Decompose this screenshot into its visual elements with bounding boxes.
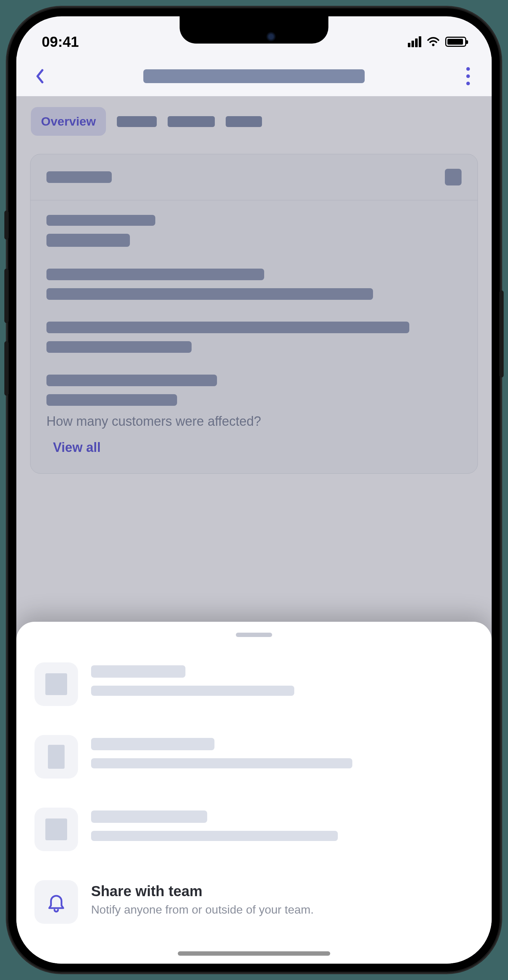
device-frame: 09:41 Overview	[7, 7, 501, 973]
text-placeholder	[46, 215, 155, 226]
tab-overview[interactable]: Overview	[31, 107, 106, 136]
screen: 09:41 Overview	[16, 16, 492, 964]
text-placeholder	[46, 321, 409, 333]
item-icon-placeholder	[35, 808, 78, 851]
status-time: 09:41	[42, 34, 79, 50]
home-indicator[interactable]	[178, 951, 330, 956]
side-button-power	[499, 290, 504, 377]
sheet-item[interactable]	[35, 652, 473, 724]
tab-placeholder[interactable]	[117, 116, 157, 127]
item-title-placeholder	[91, 738, 214, 750]
item-subtitle-placeholder	[91, 758, 352, 768]
battery-icon	[445, 37, 466, 47]
cellular-signal-icon	[408, 36, 421, 47]
item-icon-placeholder	[35, 735, 78, 778]
text-placeholder	[46, 394, 177, 406]
item-subtitle-placeholder	[91, 686, 294, 696]
sheet-drag-handle[interactable]	[236, 633, 272, 637]
sheet-item[interactable]	[35, 797, 473, 869]
item-subtitle-placeholder	[91, 831, 338, 841]
card-action-placeholder[interactable]	[445, 169, 462, 186]
side-button-vol-up	[4, 269, 9, 323]
text-placeholder	[46, 234, 130, 247]
card-question: How many customers were affected?	[46, 414, 462, 429]
sheet-item-share[interactable]: Share with team Notify anyone from or ou…	[35, 869, 473, 942]
content-card: How many customers were affected? View a…	[30, 154, 478, 474]
item-title-placeholder	[91, 810, 207, 823]
tab-bar: Overview	[16, 96, 492, 146]
text-placeholder	[46, 269, 264, 280]
side-button-mute	[4, 210, 9, 240]
text-placeholder	[46, 341, 192, 353]
share-title: Share with team	[91, 883, 473, 899]
tab-placeholder[interactable]	[226, 116, 262, 127]
page-title-placeholder	[143, 69, 365, 83]
bell-icon	[35, 880, 78, 924]
status-icons	[408, 35, 466, 48]
view-all-link[interactable]: View all	[53, 440, 462, 455]
chevron-left-icon	[35, 69, 45, 83]
item-icon-placeholder	[35, 662, 78, 706]
text-placeholder	[46, 375, 217, 386]
back-button[interactable]	[31, 67, 49, 85]
share-subtitle: Notify anyone from or outside of your te…	[91, 903, 473, 916]
card-body: How many customers were affected? View a…	[30, 200, 478, 473]
more-menu-button[interactable]	[459, 65, 477, 87]
card-title-placeholder	[46, 171, 112, 183]
wifi-icon	[426, 35, 440, 48]
text-placeholder	[46, 288, 373, 300]
card-header	[30, 154, 478, 200]
nav-header	[16, 56, 492, 96]
bottom-sheet: Share with team Notify anyone from or ou…	[16, 622, 492, 964]
item-title-placeholder	[91, 665, 186, 678]
tab-placeholder[interactable]	[168, 116, 215, 127]
sheet-item[interactable]	[35, 724, 473, 797]
side-button-vol-down	[4, 341, 9, 396]
notch	[179, 16, 329, 43]
